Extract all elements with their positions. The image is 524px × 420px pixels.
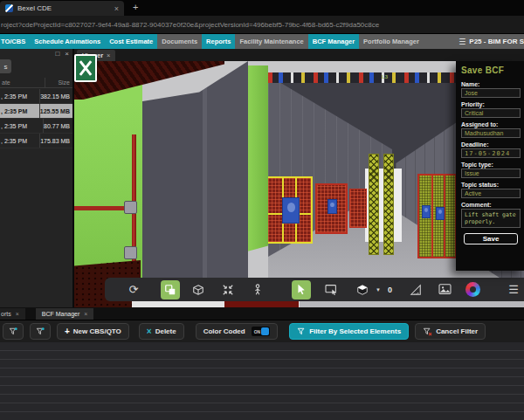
scene-yellow-lattice-tower [383, 154, 394, 255]
topic-type-label: Topic type: [461, 162, 521, 168]
viewer-tab-close-icon[interactable]: × [107, 52, 110, 59]
dock-tab-bar: orts × BCF Manager × [0, 307, 524, 320]
layers-icon [164, 284, 176, 296]
render-button[interactable] [464, 280, 483, 300]
bottom-dock: orts × BCF Manager × + [0, 307, 524, 420]
home-view-button[interactable] [189, 280, 208, 300]
priority-field[interactable]: Critical [461, 108, 521, 118]
new-tab-button[interactable]: + [133, 2, 138, 12]
image-icon [438, 284, 452, 295]
new-cbs-qto-button[interactable]: + New CBS/QTO [57, 323, 129, 340]
button-label: Cancel Filter [436, 327, 478, 335]
section-count: 0 [388, 286, 392, 294]
section-dropdown[interactable]: ▼ [376, 287, 381, 293]
table-row[interactable]: , 2:35 PM 175.83 MB [0, 134, 72, 148]
menu-item-documents[interactable]: Documents [157, 34, 202, 49]
maximize-icon[interactable]: □ [55, 50, 59, 58]
column-header-date[interactable]: ate [0, 78, 45, 87]
table-row[interactable]: , 2:35 PM 80.77 MB [0, 119, 72, 134]
button-label: Color Coded [203, 327, 245, 335]
collapse-arrows-icon [222, 284, 234, 296]
hamburger-icon: ☰ [458, 38, 465, 46]
screen-select-button[interactable] [321, 280, 341, 300]
snapshot-button[interactable] [436, 280, 455, 300]
menu-item-qto-cbs[interactable]: TO/CBS [0, 34, 30, 49]
cell-date: , 2:35 PM [0, 89, 40, 103]
table-row[interactable]: , 2:35 PM 382.15 MB [0, 89, 72, 104]
assigned-to-field[interactable]: Madhusudhan [461, 128, 521, 138]
tab-reports-clipped[interactable]: orts × [0, 308, 25, 320]
tab-close-icon[interactable]: × [16, 311, 19, 317]
scene-blue-sign [422, 205, 431, 218]
delete-button[interactable]: × Delete [139, 323, 184, 340]
scene-green-wall-face [247, 65, 268, 251]
menu-item-schedule-animations[interactable]: Schedule Animations [30, 34, 105, 49]
color-wheel-icon [465, 282, 480, 297]
filter-by-selected-button[interactable]: Filter By Selected Elements [289, 323, 409, 340]
assigned-to-label: Assigned to: [461, 121, 521, 127]
comment-field[interactable]: Lift shaft gate properly. [461, 209, 521, 228]
measure-button[interactable] [406, 280, 425, 300]
refresh-button[interactable]: ⟳ [124, 280, 143, 300]
scene-bottom-strip-red [224, 301, 299, 307]
button-label: Delete [155, 327, 176, 335]
tab-close-icon[interactable]: × [114, 4, 119, 13]
color-coded-toggle[interactable]: ON [252, 327, 271, 336]
project-name: P25 - BIM FOR S [469, 38, 524, 45]
color-coded-button[interactable]: Color Coded ON [196, 323, 279, 340]
cancel-filter-button[interactable]: Cancel Filter [415, 323, 486, 340]
add-filter-button-1[interactable] [3, 323, 24, 340]
properties-list-button[interactable]: ☰ [504, 280, 523, 300]
cursor-icon [296, 284, 307, 295]
funnel-add-icon [9, 327, 17, 336]
menu-item-bcf-manager[interactable]: BCF Manager [308, 34, 359, 49]
tab-close-icon[interactable]: × [84, 311, 87, 317]
column-header-size[interactable]: Size [45, 78, 72, 87]
table-header: ate Size [0, 78, 72, 88]
name-label: Name: [461, 81, 521, 87]
browser-tab-bar: Bexel CDE × + [0, 0, 524, 16]
menu-item-reports[interactable]: Reports [202, 34, 235, 49]
deadline-field[interactable]: 17-05-2024 [461, 148, 521, 158]
save-button[interactable]: Save [464, 233, 518, 244]
project-switcher[interactable]: ☰ P25 - BIM FOR S [458, 34, 524, 49]
address-bar[interactable]: roject?cdeProjectId=c8027027-9ef4-49a8-8… [0, 16, 524, 34]
topic-type-field[interactable]: Issue [461, 169, 521, 178]
cube-icon [192, 284, 204, 296]
fit-view-button[interactable] [218, 280, 238, 300]
topic-status-field[interactable]: Active [461, 189, 521, 198]
menu-item-facility-maintenance[interactable]: Facility Maintenance [235, 34, 307, 49]
excel-file-icon[interactable] [74, 54, 97, 82]
browser-tab[interactable]: Bexel CDE × [0, 1, 124, 16]
menu-item-portfolio-manager[interactable]: Portfolio Manager [359, 34, 424, 49]
browser-tab-title: Bexel CDE [17, 4, 110, 12]
button-label: New CBS/QTO [73, 327, 121, 335]
close-icon[interactable]: × [65, 50, 69, 58]
scene-scaffold-clamp [124, 246, 137, 259]
refresh-icon: ⟳ [129, 283, 139, 296]
priority-label: Priority: [461, 101, 521, 107]
name-field[interactable]: Jose [461, 88, 521, 98]
scene-gray-pillar [140, 61, 248, 300]
x-icon: × [147, 327, 152, 336]
monitor-cursor-icon [325, 284, 338, 295]
walk-mode-button[interactable] [248, 280, 267, 300]
app-window: Bexel CDE × + roject?cdeProjectId=c80270… [0, 0, 524, 420]
panel-window-controls: □ × [55, 50, 69, 58]
funnel-add-icon [36, 327, 45, 336]
scene-yellow-lattice-tower [369, 154, 379, 255]
select-elements-button[interactable] [161, 280, 180, 300]
section-box-button[interactable] [353, 280, 372, 300]
list-icon: ☰ [508, 283, 519, 296]
url-text: roject?cdeProjectId=c8027027-9ef4-49a8-8… [0, 21, 379, 29]
select-tool-button[interactable] [292, 280, 311, 300]
tab-bcf-manager[interactable]: BCF Manager × [36, 308, 94, 320]
dock-button-bar: + New CBS/QTO × Delete Color Coded ON Fi… [0, 320, 524, 342]
topic-status-label: Topic status: [461, 182, 521, 188]
menu-item-cost-estimate[interactable]: Cost Estimate [105, 34, 157, 49]
scene-scaffold-clamp [124, 201, 137, 214]
clipped-button[interactable]: s [0, 59, 11, 73]
add-filter-button-2[interactable] [30, 323, 51, 340]
funnel-icon [297, 327, 306, 336]
table-row-selected[interactable]: , 2:35 PM 125.55 MB [0, 104, 72, 119]
